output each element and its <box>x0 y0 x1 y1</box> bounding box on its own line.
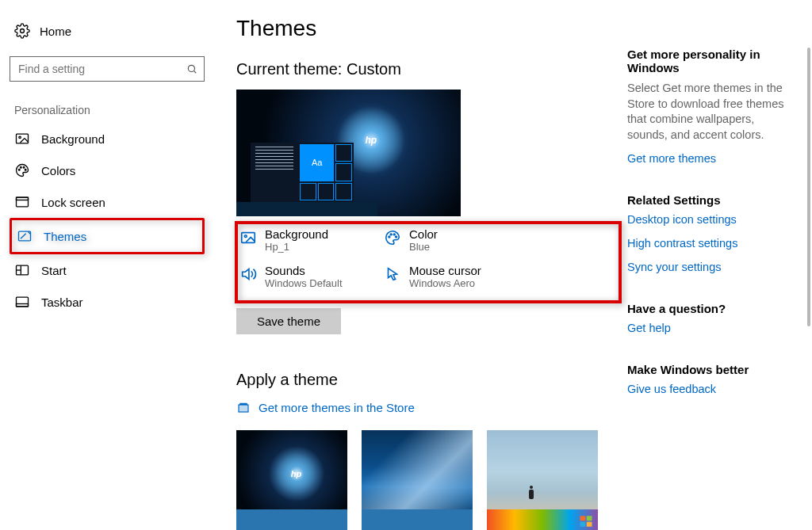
svg-rect-16 <box>17 304 29 307</box>
feedback-link[interactable]: Give us feedback <box>627 383 794 395</box>
svg-rect-28 <box>587 522 592 527</box>
svg-rect-15 <box>17 297 29 307</box>
setting-color[interactable]: ColorBlue <box>384 227 519 253</box>
svg-point-21 <box>393 234 395 235</box>
sidebar-item-label: Taskbar <box>41 296 83 309</box>
svg-point-22 <box>396 236 397 238</box>
related-group: Related Settings Desktop icon settings H… <box>627 193 794 273</box>
picture-icon <box>14 131 30 147</box>
store-icon <box>236 400 251 414</box>
svg-rect-9 <box>17 197 29 207</box>
search-input[interactable] <box>17 62 186 76</box>
svg-point-4 <box>19 136 21 139</box>
lockscreen-icon <box>14 194 30 210</box>
sidebar-item-themes[interactable]: Themes <box>10 218 205 254</box>
svg-point-20 <box>390 234 392 235</box>
scrollbar[interactable] <box>807 48 810 326</box>
sidebar-item-label: Lock screen <box>41 196 105 209</box>
personality-desc: Select Get more themes in the Store to d… <box>627 81 794 143</box>
sidebar-item-start[interactable]: Start <box>10 254 205 286</box>
theme-thumbnails: hp <box>236 430 617 530</box>
theme-thumb-hp[interactable]: hp <box>236 430 347 530</box>
sound-icon <box>239 265 257 283</box>
cursor-icon <box>384 265 401 283</box>
search-icon <box>186 63 197 74</box>
related-title: Related Settings <box>627 193 794 207</box>
personality-group: Get more personality in Windows Select G… <box>627 48 794 165</box>
link-desktop-icon-settings[interactable]: Desktop icon settings <box>627 213 794 226</box>
svg-point-0 <box>21 29 25 33</box>
hp-logo-icon: hp <box>365 135 377 146</box>
palette-icon <box>14 162 30 178</box>
svg-point-19 <box>389 236 390 238</box>
svg-rect-3 <box>17 134 29 143</box>
start-icon <box>14 262 30 278</box>
get-more-themes-link[interactable]: Get more themes <box>627 152 794 165</box>
sidebar-item-label: Background <box>41 132 105 146</box>
svg-point-6 <box>21 166 22 168</box>
save-theme-button[interactable]: Save theme <box>236 308 341 334</box>
current-theme-title: Current theme: Custom <box>236 60 617 78</box>
theme-thumb-beach[interactable] <box>487 430 598 530</box>
palette-icon <box>384 229 401 246</box>
personality-title: Get more personality in Windows <box>627 48 794 74</box>
sidebar-item-label: Colors <box>41 164 75 177</box>
get-help-link[interactable]: Get help <box>627 322 794 334</box>
theme-preview: hp Aa <box>236 90 461 216</box>
search-box[interactable] <box>10 56 205 82</box>
theme-thumb-windows[interactable] <box>362 430 473 530</box>
setting-cursor[interactable]: Mouse cursorWindows Aero <box>384 264 519 289</box>
picture-icon <box>239 229 257 246</box>
gear-icon <box>14 23 30 39</box>
better-group: Make Windows better Give us feedback <box>627 363 794 395</box>
section-label: Personalization <box>14 104 205 116</box>
svg-rect-10 <box>17 197 29 200</box>
svg-point-8 <box>25 169 26 170</box>
home-label: Home <box>40 25 71 38</box>
svg-rect-25 <box>580 516 586 520</box>
windows-flag-icon <box>579 514 593 528</box>
svg-point-5 <box>18 169 20 170</box>
home-button[interactable]: Home <box>10 20 205 42</box>
svg-point-18 <box>244 235 247 238</box>
setting-sounds[interactable]: SoundsWindows Default <box>239 264 374 289</box>
sidebar-item-label: Themes <box>44 230 86 243</box>
taskbar-icon <box>14 294 30 310</box>
tile-big: Aa <box>300 144 334 181</box>
svg-point-7 <box>23 166 25 168</box>
main-content: Themes Current theme: Custom hp Aa Backg… <box>236 16 617 530</box>
svg-rect-26 <box>587 516 592 520</box>
question-title: Have a question? <box>627 302 794 315</box>
svg-point-1 <box>188 65 194 71</box>
sidebar-item-taskbar[interactable]: Taskbar <box>10 286 205 318</box>
svg-rect-27 <box>580 522 586 527</box>
themes-icon <box>17 228 33 244</box>
link-high-contrast[interactable]: High contrast settings <box>627 237 794 250</box>
sidebar: Home Personalization Background Colors L… <box>0 0 214 318</box>
question-group: Have a question? Get help <box>627 302 794 334</box>
sidebar-item-label: Start <box>41 264 67 277</box>
store-link[interactable]: Get more themes in the Store <box>236 400 617 414</box>
svg-line-2 <box>194 71 197 74</box>
page-title: Themes <box>236 16 617 41</box>
sidebar-item-background[interactable]: Background <box>10 123 205 154</box>
right-column: Get more personality in Windows Select G… <box>627 48 794 424</box>
sidebar-item-lockscreen[interactable]: Lock screen <box>10 186 205 218</box>
setting-background[interactable]: BackgroundHp_1 <box>239 227 374 253</box>
apply-theme-title: Apply a theme <box>236 371 617 389</box>
svg-marker-23 <box>243 269 249 280</box>
svg-rect-17 <box>242 233 255 243</box>
better-title: Make Windows better <box>627 363 794 376</box>
sidebar-item-colors[interactable]: Colors <box>10 154 205 186</box>
link-sync-settings[interactable]: Sync your settings <box>627 261 794 273</box>
hp-logo-icon: hp <box>291 469 301 479</box>
theme-settings-block: BackgroundHp_1 ColorBlue SoundsWindows D… <box>236 223 617 299</box>
